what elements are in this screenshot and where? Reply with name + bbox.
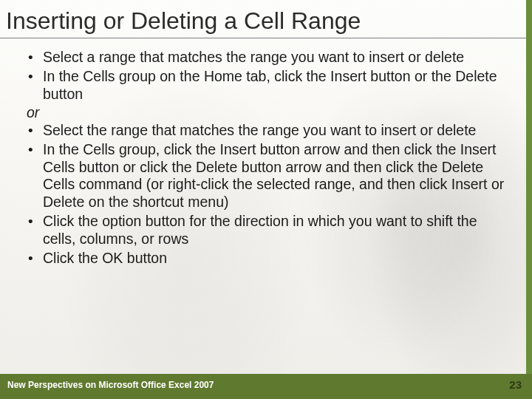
- slide-title: Inserting or Deleting a Cell Range: [0, 0, 528, 38]
- accent-strip: [526, 0, 532, 399]
- bullet-item: In the Cells group, click the Insert but…: [27, 141, 505, 211]
- page-number: 23: [509, 378, 522, 391]
- bullet-item: In the Cells group on the Home tab, clic…: [27, 68, 505, 103]
- or-separator: or: [27, 104, 505, 122]
- bullet-list: Select a range that matches the range yo…: [27, 49, 505, 267]
- bullet-item: Select a range that matches the range yo…: [27, 49, 505, 66]
- slide-body: Select a range that matches the range yo…: [0, 38, 532, 267]
- bullet-item: Click the option button for the directio…: [27, 213, 505, 248]
- bullet-item: Select the range that matches the range …: [27, 122, 505, 140]
- slide: Inserting or Deleting a Cell Range Selec…: [0, 0, 532, 399]
- bullet-item: Click the OK button: [27, 250, 505, 267]
- footer-text: New Perspectives on Microsoft Office Exc…: [7, 380, 214, 390]
- footer-bar: New Perspectives on Microsoft Office Exc…: [0, 374, 532, 399]
